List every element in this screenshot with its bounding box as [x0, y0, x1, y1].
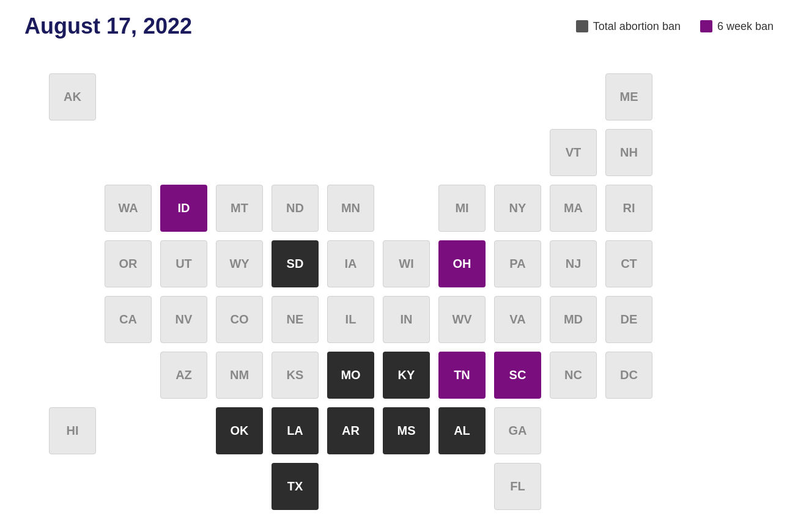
- total-ban-swatch: [576, 20, 588, 32]
- state-in: IN: [383, 296, 430, 343]
- six-week-swatch: [700, 20, 712, 32]
- state-ca: CA: [105, 296, 152, 343]
- state-id: ID: [160, 185, 207, 232]
- page-title: August 17, 2022: [24, 13, 192, 39]
- state-al: AL: [438, 407, 486, 454]
- state-vt: VT: [550, 129, 597, 176]
- state-pa: PA: [494, 240, 541, 287]
- state-ms: MS: [383, 407, 430, 454]
- state-md: MD: [550, 296, 597, 343]
- state-wi: WI: [383, 240, 430, 287]
- state-sd: SD: [272, 240, 319, 287]
- state-ct: CT: [605, 240, 652, 287]
- state-de: DE: [605, 296, 652, 343]
- state-fl: FL: [494, 463, 541, 510]
- state-mo: MO: [327, 352, 374, 399]
- state-nm: NM: [216, 352, 263, 399]
- state-or: OR: [105, 240, 152, 287]
- state-ne: NE: [272, 296, 319, 343]
- state-ri: RI: [605, 185, 652, 232]
- state-wy: WY: [216, 240, 263, 287]
- state-nv: NV: [160, 296, 207, 343]
- state-ak: AK: [49, 73, 96, 120]
- state-az: AZ: [160, 352, 207, 399]
- map-container: AKMEVTNHWAIDMTNDMNMINYMARIORUTWYSDIAWIOH…: [24, 67, 774, 520]
- state-mt: MT: [216, 185, 263, 232]
- state-tn: TN: [438, 352, 486, 399]
- state-ky: KY: [383, 352, 430, 399]
- state-hi: HI: [49, 407, 96, 454]
- legend: Total abortion ban 6 week ban: [576, 20, 774, 33]
- six-week-label: 6 week ban: [717, 20, 774, 33]
- state-ok: OK: [216, 407, 263, 454]
- state-ny: NY: [494, 185, 541, 232]
- state-il: IL: [327, 296, 374, 343]
- state-ga: GA: [494, 407, 541, 454]
- state-ia: IA: [327, 240, 374, 287]
- state-ma: MA: [550, 185, 597, 232]
- total-ban-label: Total abortion ban: [593, 20, 681, 33]
- state-dc: DC: [605, 352, 652, 399]
- state-sc: SC: [494, 352, 541, 399]
- legend-6week-ban: 6 week ban: [700, 20, 774, 33]
- state-ut: UT: [160, 240, 207, 287]
- state-oh: OH: [438, 240, 486, 287]
- state-wa: WA: [105, 185, 152, 232]
- state-nh: NH: [605, 129, 652, 176]
- legend-total-ban: Total abortion ban: [576, 20, 681, 33]
- state-ar: AR: [327, 407, 374, 454]
- state-wv: WV: [438, 296, 486, 343]
- state-mi: MI: [438, 185, 486, 232]
- state-va: VA: [494, 296, 541, 343]
- state-ks: KS: [272, 352, 319, 399]
- state-tx: TX: [272, 463, 319, 510]
- state-nd: ND: [272, 185, 319, 232]
- state-la: LA: [272, 407, 319, 454]
- state-co: CO: [216, 296, 263, 343]
- state-nj: NJ: [550, 240, 597, 287]
- state-nc: NC: [550, 352, 597, 399]
- state-me: ME: [605, 73, 652, 120]
- state-mn: MN: [327, 185, 374, 232]
